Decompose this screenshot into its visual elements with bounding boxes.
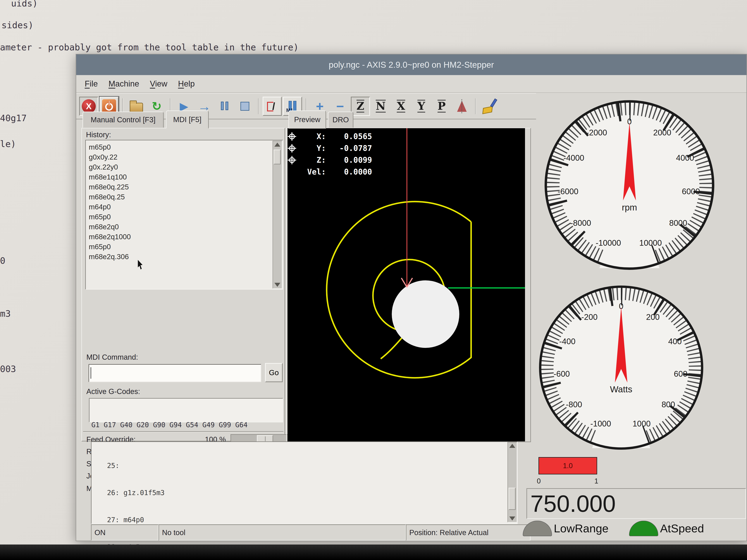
dro-z-row: Z:0.0099 <box>287 156 372 164</box>
terminal-text: le) <box>0 139 16 149</box>
history-item[interactable]: m68e2q.306 <box>89 252 283 262</box>
terminal-text: sides) <box>1 20 33 30</box>
window-titlebar: poly.ngc - AXIS 2.9.0~pre0 on HM2-Steppe… <box>76 54 746 75</box>
separator <box>83 431 283 432</box>
monitor-screen: uids) sides) ameter - probably got from … <box>0 0 747 544</box>
crosshair-icon <box>287 132 297 141</box>
history-scrollbar[interactable] <box>273 141 282 289</box>
history-item[interactable]: m68e0q.25 <box>89 192 283 202</box>
view-z2-button[interactable]: N <box>371 97 390 116</box>
atspeed-label: AtSpeed <box>660 522 704 535</box>
mdi-command-label: MDI Command: <box>86 353 138 361</box>
clear-plot-button[interactable] <box>480 97 499 116</box>
history-item[interactable]: g0x.22y0 <box>89 162 283 172</box>
dro-x-row: X:0.0565 <box>287 132 372 141</box>
scroll-down-icon[interactable] <box>275 283 280 287</box>
spindle-speed-readout: 750.000 <box>526 488 746 519</box>
crosshair-icon <box>287 144 297 153</box>
terminal-text: 40g17 <box>0 113 27 123</box>
rotate-view-button[interactable] <box>452 97 471 116</box>
spindle-rpm-gauge: 0 -2000 -4000 -6000 -8000 -10000 2000 40… <box>544 99 715 271</box>
stop-button[interactable] <box>235 97 255 116</box>
axis-window: poly.ngc - AXIS 2.9.0~pre0 on HM2-Steppe… <box>76 54 747 541</box>
terminal-text: m3 <box>0 309 11 319</box>
lowrange-led <box>523 521 552 536</box>
scrollbar-thumb[interactable] <box>274 150 281 164</box>
menu-help[interactable]: Help <box>178 79 195 88</box>
history-item[interactable]: m65p0 <box>89 142 283 152</box>
mdi-panel: History: m65p0 g0x0y.22 g0x.22y0 m68e1q1… <box>81 128 285 442</box>
bar-min-label: 0 <box>537 477 541 485</box>
view-y-button[interactable]: Y <box>412 97 431 116</box>
view-x-icon: X <box>397 100 405 112</box>
gcode-listing[interactable]: 25: 26: g1z.01f5m3 27: m64p0 28: g4p5 29… <box>91 442 518 524</box>
tab-manual-control[interactable]: Manual Control [F3] <box>82 112 164 128</box>
tool-circle <box>392 281 459 348</box>
history-item[interactable]: m68e1q100 <box>89 172 283 182</box>
tab-dro[interactable]: DRO <box>328 112 353 128</box>
tab-preview[interactable]: Preview <box>288 110 326 129</box>
skip-lines-toggle[interactable]: / <box>263 97 282 116</box>
stop-icon <box>240 102 249 111</box>
toolbar-separator <box>475 98 476 114</box>
spindle-bar-meter: 1.0 <box>539 457 597 474</box>
view-n-icon: N <box>376 100 386 112</box>
history-item[interactable]: m68e2q0 <box>89 222 283 232</box>
menu-view[interactable]: View <box>150 79 168 88</box>
power-icon <box>102 99 116 113</box>
terminal-text: uids) <box>11 0 38 8</box>
toolbar-separator <box>258 98 259 114</box>
crosshair-icon <box>287 156 297 164</box>
brush-icon <box>482 106 493 114</box>
view-z-button[interactable]: Z <box>351 97 370 116</box>
history-item[interactable]: m65p0 <box>89 242 283 252</box>
history-item[interactable]: m65p0 <box>89 212 283 222</box>
listing-scrollbar[interactable] <box>508 442 517 523</box>
atspeed-led <box>629 521 658 536</box>
menu-machine[interactable]: Machine <box>108 79 139 88</box>
pause-icon <box>220 102 229 111</box>
gcode-line[interactable]: 27: m64p0 <box>107 515 517 525</box>
bar-max-label: 1 <box>594 477 598 485</box>
gcode-line[interactable]: 25: <box>107 461 517 470</box>
window-title: poly.ngc - AXIS 2.9.0~pre0 on HM2-Steppe… <box>329 60 494 70</box>
pause-button[interactable] <box>215 97 234 116</box>
terminal-text: ameter - probably got from the tool tabl… <box>0 42 299 52</box>
preview-canvas[interactable]: X:0.0565 Y:-0.0787 Z:0.0099 Vel:0.0000 <box>287 128 525 442</box>
view-p-icon: P <box>438 100 446 112</box>
history-item[interactable]: m68e0q.225 <box>89 182 283 192</box>
view-z-icon: Z <box>357 100 364 112</box>
history-item[interactable]: m64p0 <box>89 202 283 212</box>
menubar: File Machine View Help <box>76 75 746 93</box>
active-gcodes-label: Active G-Codes: <box>86 388 140 396</box>
gauge-unit-label: Watts <box>610 384 633 394</box>
scroll-up-icon[interactable] <box>275 142 280 146</box>
dro-vel-row: Vel:0.0000 <box>287 167 372 176</box>
active-gcodes-box: G1 G17 G40 G20 G90 G94 G54 G49 G99 G64 G… <box>89 398 283 422</box>
gcode-line[interactable]: 26: g1z.01f5m3 <box>107 488 517 497</box>
tab-mdi[interactable]: MDI [F5] <box>166 110 209 129</box>
mdi-history-list[interactable]: m65p0 g0x0y.22 g0x.22y0 m68e1q100 m68e0q… <box>85 140 283 290</box>
spindle-watts-gauge: 0 -200 -400 -600 -800 -1000 200 400 600 … <box>538 285 704 451</box>
estop-icon: X <box>82 99 96 113</box>
terminal-text: 003 <box>0 364 16 374</box>
monitor-bezel <box>0 544 747 560</box>
rotate-view-icon <box>457 101 467 112</box>
machine-state-cell: ON <box>91 525 158 541</box>
dro-y-row: Y:-0.0787 <box>287 144 372 153</box>
lowrange-label: LowRange <box>554 522 609 535</box>
history-item[interactable]: m68e2q1000 <box>89 232 283 242</box>
history-item[interactable]: g0x0y.22 <box>89 152 283 162</box>
view-p-button[interactable]: P <box>432 97 451 116</box>
folder-icon <box>130 103 143 112</box>
scroll-down-icon[interactable] <box>509 516 515 521</box>
tool-status-cell: No tool <box>158 525 406 541</box>
scroll-up-icon[interactable] <box>509 444 515 448</box>
reload-icon: ↻ <box>152 100 162 113</box>
menu-file[interactable]: File <box>85 79 98 88</box>
mdi-command-input[interactable] <box>88 364 261 382</box>
go-button[interactable]: Go <box>265 363 283 382</box>
scrollbar-thumb[interactable] <box>509 488 516 510</box>
view-x-button[interactable]: X <box>391 97 411 116</box>
terminal-text: 0 <box>0 256 5 266</box>
